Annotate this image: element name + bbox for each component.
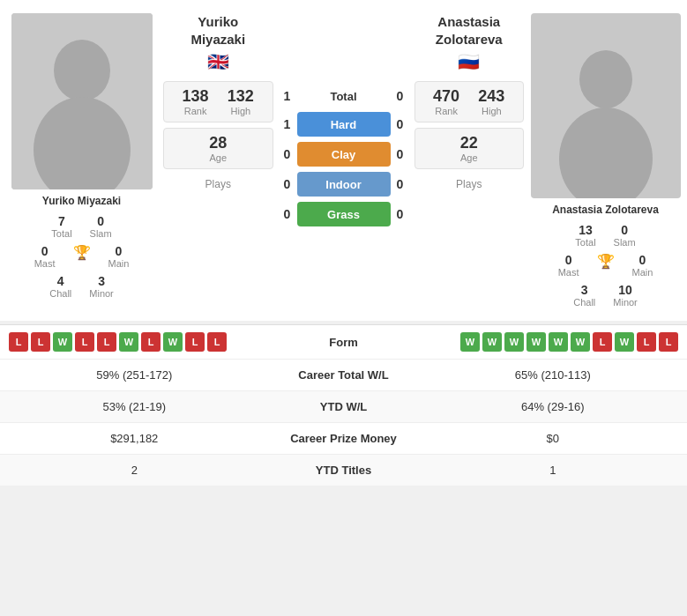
player1-slam: 0 Slam <box>90 214 112 239</box>
player2-age-box: 22 Age <box>414 128 525 169</box>
players-section: Yuriko Miyazaki 7 Total 0 Slam 0 Mast 🏆 <box>0 0 687 321</box>
p2-career-wl: 65% (210-113) <box>432 368 675 382</box>
p2-form-2: W <box>482 332 502 352</box>
p1-form-3: W <box>53 332 72 352</box>
surface-clay-btn[interactable]: Clay <box>297 142 391 167</box>
player2-rank-item: 470 Rank <box>433 87 459 116</box>
p1-form-10: L <box>207 332 227 352</box>
player1-trophy-icon: 🏆 <box>73 244 91 269</box>
player2-high-item: 243 High <box>478 87 504 116</box>
total-row: 1 Total 0 <box>278 89 410 103</box>
player2-photo <box>531 13 681 198</box>
player1-name-top: Yuriko Miyazaki <box>190 13 245 48</box>
ytd-wl-row: 53% (21-19) YTD W/L 64% (29-16) <box>0 390 687 422</box>
p2-form-10: L <box>659 332 678 352</box>
p2-form-9: L <box>637 332 656 352</box>
p1-ytd-titles: 2 <box>13 464 256 477</box>
p1-form-1: L <box>9 332 28 352</box>
form-label: Form <box>291 336 397 349</box>
player2-plays-label: Plays <box>456 178 482 190</box>
main-container: Yuriko Miyazaki 7 Total 0 Slam 0 Mast 🏆 <box>0 0 687 486</box>
player1-photo <box>11 13 153 189</box>
player1-name: Yuriko Miyazaki <box>38 195 125 207</box>
left-player: Yuriko Miyazaki 7 Total 0 Slam 0 Mast 🏆 <box>0 9 163 312</box>
ytd-titles-label: YTD Titles <box>256 464 432 477</box>
player2-age-item: 22 Age <box>460 134 478 163</box>
player1-flag: 🇬🇧 <box>207 51 229 72</box>
player1-minor: 3 Minor <box>89 274 114 299</box>
p2-form-1: W <box>460 332 480 352</box>
p2-form-7: L <box>593 332 612 352</box>
player1-main: 0 Main <box>108 244 130 269</box>
surface-indoor-row: 0 Indoor 0 <box>278 172 410 197</box>
surface-indoor-btn[interactable]: Indoor <box>297 172 391 197</box>
career-wl-row: 59% (251-172) Career Total W/L 65% (210-… <box>0 359 687 390</box>
svg-point-4 <box>579 50 632 108</box>
player1-rank-high-box: 138 Rank 132 High <box>163 81 273 122</box>
player2-name: Anastasia Zolotareva <box>548 204 663 216</box>
p1-form-4: L <box>75 332 94 352</box>
player2-minor: 10 Minor <box>613 283 638 308</box>
player1-stats-chall-minor: 4 Chall 3 Minor <box>49 274 114 299</box>
p1-form-2: L <box>31 332 50 352</box>
p2-form-5: W <box>549 332 568 352</box>
svg-point-1 <box>54 40 110 101</box>
surface-clay-row: 0 Clay 0 <box>278 142 410 167</box>
player2-rank-high-box: 470 Rank 243 High <box>414 81 525 122</box>
middle-panel: Yuriko Miyazaki 🇬🇧 138 Rank 132 High <box>163 9 273 312</box>
p1-career-wl: 59% (251-172) <box>13 368 256 382</box>
surface-hard-row: 1 Hard 0 <box>278 112 410 137</box>
player2-stats-mast-main: 0 Mast 🏆 0 Main <box>558 253 653 278</box>
player1-stats-mast-main: 0 Mast 🏆 0 Main <box>34 244 130 269</box>
player1-chall: 4 Chall <box>49 274 71 299</box>
p1-form-8: W <box>163 332 183 352</box>
ytd-titles-row: 2 YTD Titles 1 <box>0 454 687 486</box>
surface-grass-btn[interactable]: Grass <box>297 202 391 226</box>
p1-form-5: L <box>97 332 116 352</box>
p1-prize: $291,182 <box>13 432 256 445</box>
player2-stats-chall-minor: 3 Chall 10 Minor <box>573 283 638 308</box>
form-section: L L W L L W L W L L Form W W W W W W L W… <box>0 324 687 359</box>
p1-form-7: L <box>141 332 161 352</box>
p2-ytd-titles: 1 <box>432 464 675 477</box>
player2-total: 13 Total <box>575 223 595 248</box>
player1-silhouette <box>11 13 153 189</box>
player2-form: W W W W W W L W L L <box>397 332 679 352</box>
player1-mast: 0 Mast <box>34 244 56 269</box>
p1-form-9: L <box>185 332 205 352</box>
player2-slam: 0 Slam <box>614 223 636 248</box>
p2-form-8: W <box>615 332 634 352</box>
player1-age-item: 28 Age <box>209 134 227 163</box>
player2-chall: 3 Chall <box>573 283 595 308</box>
player2-silhouette <box>535 22 676 198</box>
prize-row: $291,182 Career Prize Money $0 <box>0 422 687 454</box>
player1-rank-item: 138 Rank <box>183 87 209 116</box>
p2-prize: $0 <box>432 432 675 445</box>
player2-middle-panel: Anastasia Zolotareva 🇷🇺 470 Rank 243 Hig… <box>414 9 525 312</box>
p2-form-6: W <box>571 332 590 352</box>
right-player: Anastasia Zolotareva 13 Total 0 Slam 0 M… <box>524 9 687 312</box>
player2-mast: 0 Mast <box>558 253 579 278</box>
player2-flag: 🇷🇺 <box>458 51 480 72</box>
prize-label: Career Prize Money <box>256 432 432 445</box>
surface-grass-row: 0 Grass 0 <box>278 202 410 226</box>
player1-plays-label: Plays <box>205 178 231 190</box>
p1-form-6: W <box>119 332 138 352</box>
player1-form: L L W L L W L W L L <box>9 332 291 352</box>
player1-age-box: 28 Age <box>163 128 273 169</box>
p1-ytd-wl: 53% (21-19) <box>13 400 256 413</box>
player1-total: 7 Total <box>51 214 71 239</box>
player1-high-item: 132 High <box>228 87 254 116</box>
p2-form-4: W <box>526 332 546 352</box>
surface-panel: 1 Total 0 1 Hard 0 0 Clay 0 0 Indoor 0 <box>273 9 414 312</box>
player1-stats-total-slam: 7 Total 0 Slam <box>51 214 111 239</box>
surface-hard-btn[interactable]: Hard <box>297 112 391 137</box>
player2-trophy-icon: 🏆 <box>597 253 615 278</box>
player2-name-top: Anastasia Zolotareva <box>436 13 503 48</box>
p2-form-3: W <box>504 332 524 352</box>
player2-stats-total-slam: 13 Total 0 Slam <box>575 223 635 248</box>
player2-main: 0 Main <box>632 253 653 278</box>
career-wl-label: Career Total W/L <box>256 368 432 382</box>
p2-ytd-wl: 64% (29-16) <box>432 400 675 413</box>
ytd-wl-label: YTD W/L <box>256 400 432 413</box>
